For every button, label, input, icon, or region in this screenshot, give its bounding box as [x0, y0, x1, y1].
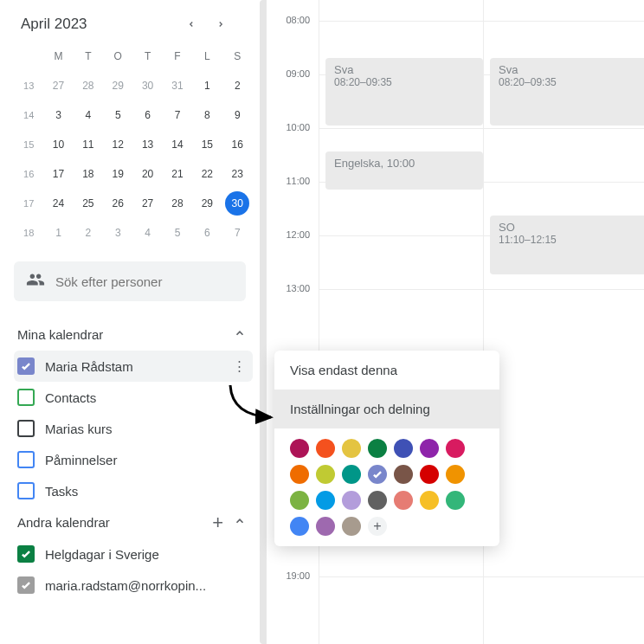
- day-cell[interactable]: 7: [222, 218, 253, 248]
- day-cell[interactable]: 6: [132, 100, 162, 130]
- event-block[interactable]: Sva08:20–09:35: [490, 58, 644, 126]
- color-swatch[interactable]: [316, 439, 335, 458]
- day-cell[interactable]: 12: [103, 130, 132, 159]
- add-calendar-button[interactable]: +: [212, 517, 223, 529]
- search-input[interactable]: [55, 274, 234, 289]
- my-calendars-header[interactable]: Mina kalendrar: [14, 319, 253, 351]
- menu-show-only-this[interactable]: Visa endast denna: [274, 351, 499, 390]
- color-swatch[interactable]: [446, 465, 465, 484]
- checkbox[interactable]: [17, 451, 35, 468]
- day-cell[interactable]: 28: [74, 71, 103, 100]
- color-swatch[interactable]: [446, 439, 465, 458]
- color-swatch[interactable]: [342, 465, 361, 484]
- add-color-button[interactable]: +: [368, 517, 387, 536]
- color-swatch[interactable]: [420, 491, 439, 510]
- mini-calendar[interactable]: MTOTFLS 13272829303112143456789151011121…: [14, 42, 253, 248]
- checkbox[interactable]: [17, 357, 35, 375]
- color-swatch[interactable]: [342, 439, 361, 458]
- day-cell[interactable]: 18: [74, 159, 103, 189]
- day-cell[interactable]: 3: [103, 218, 132, 248]
- day-cell[interactable]: 3: [43, 100, 73, 130]
- other-calendars-header[interactable]: Andra kalendrar +: [14, 506, 253, 538]
- day-cell[interactable]: 10: [43, 130, 73, 159]
- day-cell[interactable]: 29: [192, 189, 222, 218]
- day-cell[interactable]: 2: [74, 218, 103, 248]
- calendar-item[interactable]: Contacts: [14, 382, 253, 413]
- color-swatch[interactable]: [316, 465, 335, 484]
- color-swatch[interactable]: [394, 491, 413, 510]
- color-swatch[interactable]: [290, 439, 309, 458]
- calendar-item[interactable]: Maria Rådstam⋮: [14, 351, 253, 382]
- prev-month-button[interactable]: [180, 14, 203, 35]
- day-cell[interactable]: 30: [222, 189, 253, 218]
- checkbox[interactable]: [17, 389, 35, 406]
- day-cell[interactable]: 20: [132, 159, 162, 189]
- color-swatch[interactable]: [290, 465, 309, 484]
- color-swatch[interactable]: [290, 517, 309, 536]
- day-cell[interactable]: 21: [163, 159, 192, 189]
- color-swatch[interactable]: [394, 439, 413, 458]
- calendar-item[interactable]: Påminnelser: [14, 444, 253, 475]
- color-swatch[interactable]: [368, 465, 387, 484]
- day-cell[interactable]: 15: [192, 130, 222, 159]
- day-cell[interactable]: 7: [163, 100, 192, 130]
- day-cell[interactable]: 17: [43, 159, 73, 189]
- color-swatch[interactable]: [290, 491, 309, 510]
- day-cell[interactable]: 5: [163, 218, 192, 248]
- day-cell[interactable]: 25: [74, 189, 103, 218]
- color-swatch[interactable]: [368, 491, 387, 510]
- calendar-item[interactable]: maria.radstam@norrkopin...: [14, 570, 253, 601]
- day-cell[interactable]: 9: [222, 100, 253, 130]
- day-cell[interactable]: 8: [192, 100, 222, 130]
- day-cell[interactable]: 1: [43, 218, 73, 248]
- day-cell[interactable]: 27: [43, 71, 73, 100]
- color-swatch[interactable]: [342, 491, 361, 510]
- calendar-item[interactable]: Tasks: [14, 475, 253, 506]
- day-cell[interactable]: 5: [103, 100, 132, 130]
- color-swatch[interactable]: [394, 465, 413, 484]
- day-timeline[interactable]: 08:0009:0010:0011:0012:0013:0019:00Sva08…: [260, 0, 644, 644]
- day-cell[interactable]: 11: [74, 130, 103, 159]
- day-cell[interactable]: 19: [103, 159, 132, 189]
- day-cell[interactable]: 16: [222, 130, 253, 159]
- calendar-item[interactable]: Helgdagar i Sverige: [14, 538, 253, 570]
- color-swatch[interactable]: [316, 491, 335, 510]
- day-cell[interactable]: 23: [222, 159, 253, 189]
- day-cell[interactable]: 13: [132, 130, 162, 159]
- next-month-button[interactable]: [209, 14, 232, 35]
- more-icon[interactable]: ⋮: [233, 358, 246, 374]
- event-block[interactable]: Engelska, 10:00: [325, 151, 483, 190]
- event-block[interactable]: SO11:10–12:15: [490, 216, 644, 274]
- calendar-item[interactable]: Marias kurs: [14, 413, 253, 444]
- day-cell[interactable]: 14: [163, 130, 192, 159]
- color-swatch[interactable]: [342, 517, 361, 536]
- event-time: 08:20–09:35: [499, 76, 639, 88]
- day-cell[interactable]: 4: [74, 100, 103, 130]
- color-swatch[interactable]: [420, 439, 439, 458]
- day-cell[interactable]: 6: [192, 218, 222, 248]
- day-cell[interactable]: 24: [43, 189, 73, 218]
- day-cell[interactable]: 27: [132, 189, 162, 218]
- menu-settings-sharing[interactable]: Inställningar och delning: [274, 390, 499, 428]
- checkbox[interactable]: [17, 420, 35, 437]
- day-cell[interactable]: 4: [132, 218, 162, 248]
- day-cell[interactable]: 31: [163, 71, 192, 100]
- day-cell[interactable]: 2: [222, 71, 253, 100]
- calendar-label: Helgdagar i Sverige: [45, 547, 159, 562]
- checkbox[interactable]: [17, 545, 35, 563]
- day-cell[interactable]: 29: [103, 71, 132, 100]
- checkbox[interactable]: [17, 482, 35, 499]
- color-swatch[interactable]: [420, 465, 439, 484]
- day-cell[interactable]: 30: [132, 71, 162, 100]
- mini-calendar-title[interactable]: April 2023: [21, 16, 87, 33]
- color-swatch[interactable]: [446, 491, 465, 510]
- day-cell[interactable]: 22: [192, 159, 222, 189]
- color-swatch[interactable]: [368, 439, 387, 458]
- color-swatch[interactable]: [316, 517, 335, 536]
- day-cell[interactable]: 1: [192, 71, 222, 100]
- day-cell[interactable]: 26: [103, 189, 132, 218]
- people-search[interactable]: [14, 261, 246, 301]
- event-block[interactable]: Sva08:20–09:35: [325, 58, 483, 126]
- day-cell[interactable]: 28: [163, 189, 192, 218]
- checkbox[interactable]: [17, 576, 35, 594]
